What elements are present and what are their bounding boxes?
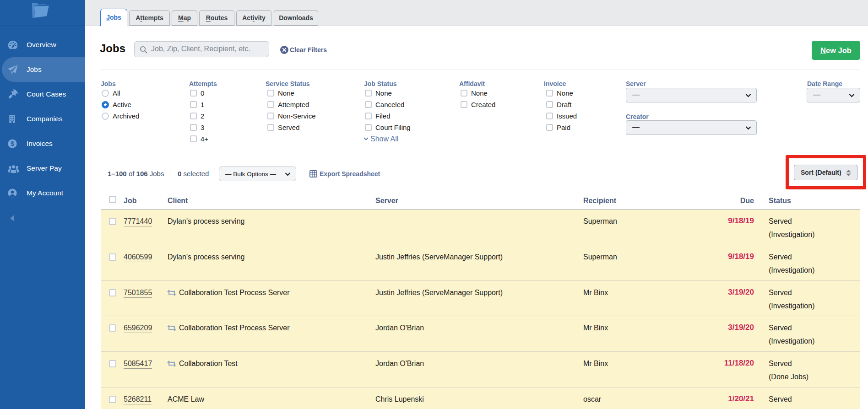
svg-text:$: $ [11,140,14,147]
